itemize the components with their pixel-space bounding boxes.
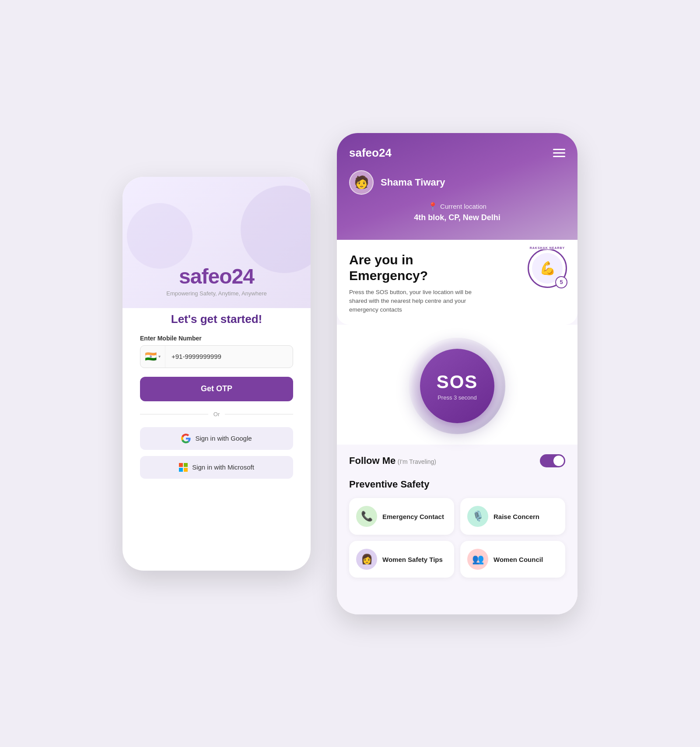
raise-concern-icon: 🎙️ <box>467 506 488 527</box>
app-logo-left: safeo24 <box>166 264 267 288</box>
avatar: 🧑 <box>349 170 374 195</box>
location-address: 4th blok, CP, New Delhi <box>349 213 565 222</box>
follow-me-toggle[interactable] <box>540 454 565 467</box>
divider-line-left <box>140 414 208 414</box>
phone-input-container: 🇮🇳 ▾ <box>140 345 293 368</box>
sos-sublabel: Press 3 second <box>438 394 477 401</box>
left-phone: safeo24 Empowering Safety, Anytime, Anyw… <box>122 177 311 571</box>
divider-line-right <box>225 414 293 414</box>
emergency-contact-icon: 📞 <box>356 506 377 527</box>
safety-card-women-council[interactable]: 👥 Women Council <box>460 541 565 578</box>
emergency-title: Are you in Emergency? <box>349 252 472 284</box>
emergency-card: RAKSHAK NEARBY 💪 5 Are you in Emergency?… <box>337 240 578 325</box>
sos-outer-ring: SOS Press 3 second <box>409 338 505 434</box>
login-form: Enter Mobile Number 🇮🇳 ▾ Get OTP Or <box>140 335 293 485</box>
location-label: 📍 Current location <box>349 202 565 211</box>
preventive-safety-title: Preventive Safety <box>349 479 565 490</box>
women-safety-tips-label: Women Safety Tips <box>382 555 443 564</box>
flag-emoji: 🇮🇳 <box>145 351 157 362</box>
safety-grid: 📞 Emergency Contact 🎙️ Raise Concern 👩 W… <box>349 498 565 578</box>
rakshak-count: 5 <box>555 276 567 288</box>
preventive-safety-section: Preventive Safety 📞 Emergency Contact 🎙️… <box>337 477 578 586</box>
phone-number-input[interactable] <box>165 353 293 360</box>
location-pin-icon: 📍 <box>428 202 438 211</box>
location-area: 📍 Current location 4th blok, CP, New Del… <box>349 202 565 222</box>
logo-tagline: Empowering Safety, Anytime, Anywhere <box>166 290 267 297</box>
or-text: Or <box>214 411 220 417</box>
user-name: Shama Tiwary <box>381 177 445 188</box>
right-phone: safeo24 🧑 Shama Tiwary 📍 Current locatio… <box>337 133 578 614</box>
microsoft-signin-label: Sign in with Microsoft <box>192 463 254 471</box>
microsoft-signin-button[interactable]: Sign in with Microsoft <box>140 456 293 479</box>
google-signin-button[interactable]: Sign in with Google <box>140 427 293 450</box>
emergency-description: Press the SOS button, your live location… <box>349 288 472 315</box>
safety-card-emergency-contact[interactable]: 📞 Emergency Contact <box>349 498 454 535</box>
raise-concern-label: Raise Concern <box>494 512 539 521</box>
phone-field-label: Enter Mobile Number <box>140 335 293 342</box>
right-body: RAKSHAK NEARBY 💪 5 Are you in Emergency?… <box>337 240 578 614</box>
google-icon <box>181 434 191 443</box>
women-council-icon: 👥 <box>467 549 488 570</box>
microsoft-icon <box>179 463 188 472</box>
safety-card-women-safety-tips[interactable]: 👩 Women Safety Tips <box>349 541 454 578</box>
follow-me-sublabel: (I'm Traveling) <box>398 458 436 465</box>
or-divider: Or <box>140 411 293 417</box>
get-otp-button[interactable]: Get OTP <box>140 377 293 401</box>
logo-area: safeo24 Empowering Safety, Anytime, Anyw… <box>166 264 267 297</box>
sos-area: SOS Press 3 second <box>337 325 578 445</box>
safety-card-raise-concern[interactable]: 🎙️ Raise Concern <box>460 498 565 535</box>
country-selector[interactable]: 🇮🇳 ▾ <box>140 346 165 368</box>
get-started-heading: Let's get started! <box>171 312 262 326</box>
sos-label: SOS <box>437 372 478 393</box>
app-header: safeo24 🧑 Shama Tiwary 📍 Current locatio… <box>337 133 578 240</box>
rakshak-label: RAKSHAK NEARBY <box>528 246 567 249</box>
follow-me-label: Follow Me <box>349 455 396 466</box>
follow-me-row: Follow Me (I'm Traveling) <box>337 445 578 477</box>
women-safety-tips-icon: 👩 <box>356 549 377 570</box>
rakshak-badge: RAKSHAK NEARBY 💪 5 <box>528 249 567 288</box>
sos-button[interactable]: SOS Press 3 second <box>420 349 494 423</box>
header-top-row: safeo24 <box>349 146 565 160</box>
hamburger-menu-icon[interactable] <box>553 149 565 157</box>
user-row: 🧑 Shama Tiwary <box>349 170 565 195</box>
chevron-down-icon: ▾ <box>158 354 161 359</box>
google-signin-label: Sign in with Google <box>195 435 252 442</box>
app-logo-right: safeo24 <box>349 146 392 160</box>
emergency-contact-label: Emergency Contact <box>382 512 444 521</box>
women-council-label: Women Council <box>494 555 543 564</box>
